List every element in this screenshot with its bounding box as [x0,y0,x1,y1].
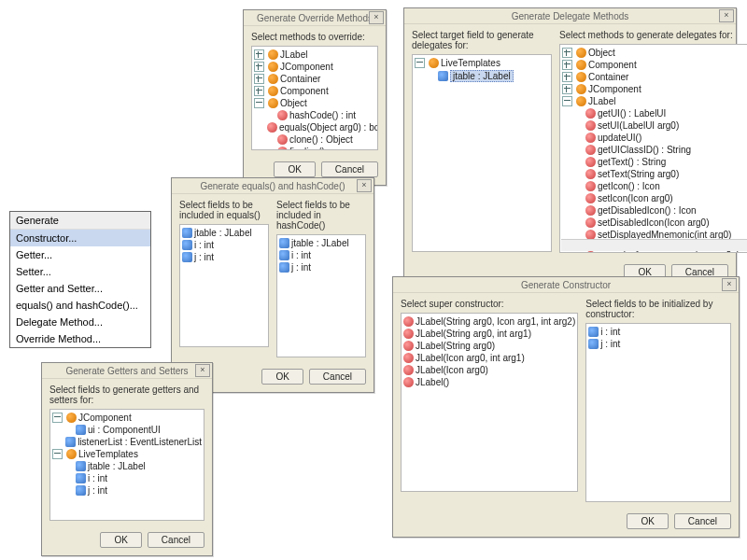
tree-node[interactable]: jtable : JLabel [415,69,549,83]
list-item[interactable]: j : int [588,338,728,350]
collapse-icon[interactable] [415,58,425,68]
list-item[interactable]: JLabel(String arg0) [403,340,575,352]
generate-menu-item[interactable]: Constructor... [10,230,150,246]
generate-menu-item[interactable]: Getter... [10,246,150,263]
close-icon[interactable]: × [719,9,734,22]
tree-node-label: Component [280,86,329,96]
expand-icon[interactable] [254,49,264,60]
cancel-button[interactable]: Cancel [148,532,204,548]
tree-node[interactable]: jtable : JLabel [52,460,202,472]
close-icon[interactable]: × [722,278,737,291]
equals-left-panel[interactable]: jtable : JLabeli : intj : int [179,224,269,347]
tree-node[interactable]: setText(String arg0) [562,168,747,180]
close-icon[interactable]: × [369,11,384,24]
list-item[interactable]: JLabel(Icon arg0) [403,364,575,376]
tree-node[interactable]: Object [562,47,747,59]
close-icon[interactable]: × [357,179,372,192]
ok-button[interactable]: OK [627,513,668,529]
generate-menu-item[interactable]: equals() and hashCode()... [10,297,150,314]
list-item[interactable]: i : int [182,239,266,251]
tree-node[interactable]: LiveTemplates [415,57,549,69]
delegate-methods-panel[interactable]: ObjectComponentContainerJComponentJLabel… [559,44,747,253]
tree-node[interactable]: setIcon(Icon arg0) [562,192,747,204]
list-item[interactable]: i : int [279,249,363,261]
tree-node[interactable]: Component [562,59,747,71]
generate-menu-item[interactable]: Override Method... [10,330,150,347]
cancel-button[interactable]: Cancel [309,369,366,385]
expand-icon[interactable] [562,60,572,70]
tree-node[interactable]: listenerList : EventListenerList [52,436,202,448]
cancel-button[interactable]: Cancel [321,161,378,177]
override-tree-panel[interactable]: JLabelJComponentContainerComponentObject… [251,46,378,150]
tree-node[interactable]: Container [254,73,375,85]
list-item[interactable]: j : int [279,261,363,273]
tree-node[interactable]: j : int [52,484,202,497]
tree-node[interactable]: getDisabledIcon() : Icon [562,204,747,217]
tree-node[interactable]: updateUI() [562,132,747,144]
constructor-fields-panel[interactable]: i : intj : int [585,323,731,502]
tree-node[interactable]: JLabel [254,49,375,61]
generate-menu-item[interactable]: Setter... [10,263,150,280]
collapse-icon[interactable] [52,449,63,459]
tree-node[interactable]: getUIClassID() : String [562,144,747,156]
collapse-icon[interactable] [52,413,63,423]
tree-node[interactable]: ui : ComponentUI [52,424,202,436]
expand-icon[interactable] [254,62,264,72]
class-icon [268,86,278,96]
tree-node[interactable]: hashCode() : int [254,109,375,121]
tree-node[interactable]: finalize() [254,146,375,150]
tree-node[interactable]: LiveTemplates [52,448,202,460]
tree-node[interactable]: getUI() : LabelUI [562,107,747,119]
list-item[interactable]: JLabel(Icon arg0, int arg1) [403,352,575,364]
tree-node[interactable]: setDisabledIcon(Icon arg0) [562,217,747,229]
tree-node[interactable]: Container [562,71,747,83]
tree-node[interactable]: setUI(LabelUI arg0) [562,119,747,132]
delegate-target-panel[interactable]: LiveTemplatesjtable : JLabel [412,54,552,252]
generate-menu-item[interactable]: Getter and Setter... [10,280,150,297]
tree-node[interactable]: equals(Object arg0) : boolean [254,121,375,133]
tree-node[interactable]: getIcon() : Icon [562,180,747,192]
getset-tree-panel[interactable]: JComponentui : ComponentUIlistenerList :… [49,409,204,521]
tree-node[interactable]: Object [254,97,375,109]
getset-title: Generate Getters and Setters [65,366,188,376]
method-icon [585,145,596,155]
tree-node[interactable]: getText() : String [562,156,747,168]
collapse-icon[interactable] [562,96,572,106]
list-item[interactable]: jtable : JLabel [279,237,363,249]
tree-node-label: setUI(LabelUI arg0) [598,120,679,131]
list-item[interactable]: j : int [182,251,266,263]
expand-icon[interactable] [562,72,572,82]
tree-node[interactable]: JComponent [562,83,747,95]
class-icon [66,449,77,459]
expand-icon[interactable] [562,48,572,58]
list-item[interactable]: jtable : JLabel [182,227,266,239]
ok-button[interactable]: OK [274,161,315,177]
tree-node[interactable]: JLabel [562,95,747,107]
ok-button[interactable]: OK [261,369,303,385]
method-icon [585,120,596,131]
expand-icon[interactable] [562,84,572,94]
list-item[interactable]: JLabel(String arg0, Icon arg1, int arg2) [403,315,575,328]
collapse-icon[interactable] [254,98,264,108]
generate-menu-header: Generate [10,212,150,230]
scrollbar-horizontal[interactable] [561,239,747,251]
list-item[interactable]: JLabel(String arg0, int arg1) [403,328,575,340]
ok-button[interactable]: OK [100,532,141,548]
expand-icon[interactable] [254,86,264,96]
list-item[interactable]: i : int [588,326,728,338]
tree-node[interactable]: Component [254,85,375,97]
cancel-button[interactable]: Cancel [674,513,731,529]
list-item[interactable]: JLabel() [403,376,575,388]
expand-icon[interactable] [254,74,264,84]
generate-menu-item[interactable]: Delegate Method... [10,314,150,330]
tree-node[interactable]: i : int [52,472,202,484]
method-icon [585,157,596,167]
delegate-title: Generate Delegate Methods [512,11,629,21]
tree-node[interactable]: JComponent [254,61,375,73]
close-icon[interactable]: × [195,364,210,377]
tree-node[interactable]: clone() : Object [254,133,375,146]
tree-node[interactable]: JComponent [52,412,202,424]
delegate-titlebar: Generate Delegate Methods × [404,8,736,24]
equals-right-panel[interactable]: jtable : JLabeli : intj : int [276,234,366,357]
constructor-super-panel[interactable]: JLabel(String arg0, Icon arg1, int arg2)… [401,313,578,492]
